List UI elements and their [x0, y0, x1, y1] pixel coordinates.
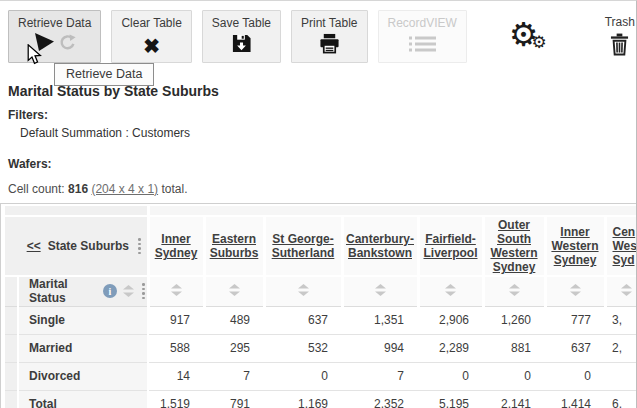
retrieve-data-button[interactable]: Retrieve Data [8, 10, 101, 63]
toolbar: Retrieve Data Clear Table ✖ Save Table [0, 1, 636, 63]
save-icon [231, 33, 252, 58]
save-table-button[interactable]: Save Table [202, 10, 281, 63]
recordview-label: RecordVIEW [388, 16, 457, 30]
cell[interactable]: 0 [418, 362, 483, 390]
column-header-canterbury-bankstown[interactable]: Canterbury-Bankstown [342, 216, 418, 276]
sort-icon-col-5[interactable] [418, 276, 483, 306]
cell[interactable]: 2,352 [342, 390, 418, 408]
spacer-row [5, 206, 637, 216]
cell[interactable]: 295 [204, 334, 264, 362]
sort-icon-col-7[interactable] [545, 276, 605, 306]
cell[interactable]: 1,519 [148, 390, 204, 408]
cell[interactable]: 881 [483, 334, 545, 362]
table-row-total: Total 1,519 791 1,169 2,352 5,195 2,141 … [5, 390, 637, 408]
cell-count-value: 816 [68, 182, 88, 196]
application-window: Retrieve Data Clear Table ✖ Save Table [0, 0, 637, 408]
cell[interactable]: 0 [264, 362, 342, 390]
settings-gears-icon[interactable]: ⚙⚙ [509, 18, 547, 51]
retrieve-data-label: Retrieve Data [18, 16, 91, 30]
cell[interactable]: 917 [148, 306, 204, 334]
cell[interactable]: 14 [148, 362, 204, 390]
cell[interactable]: 489 [204, 306, 264, 334]
cell[interactable]: 1,414 [545, 390, 605, 408]
cell[interactable]: 637 [264, 306, 342, 334]
save-table-label: Save Table [212, 16, 271, 30]
tooltip: Retrieve Data [54, 63, 154, 86]
sort-icon-col-8[interactable] [605, 276, 637, 306]
trash-label: Trash [605, 15, 635, 29]
row-label-single[interactable]: Single [18, 306, 148, 334]
cell-clipped[interactable]: 6, [605, 390, 637, 408]
row-gutter [5, 334, 18, 362]
table-row-divorced: Divorced 14 7 0 7 0 0 0 [5, 362, 637, 390]
trash-icon [610, 33, 629, 60]
info-icon[interactable]: i [103, 284, 117, 298]
print-table-button[interactable]: Print Table [291, 10, 367, 63]
record-list-icon [409, 36, 436, 56]
trash-button[interactable]: Trash [605, 10, 635, 60]
corner-header: << State Suburbs [5, 216, 148, 276]
row-dimension-header: Marital Status i [18, 276, 148, 306]
table-panel: << State Suburbs Inner Sydney Eastern Su… [0, 203, 637, 408]
column-header-central-western-sydney[interactable]: Cen Wes Syd [605, 216, 637, 276]
recordview-button: RecordVIEW [378, 10, 467, 63]
cell[interactable]: 0 [545, 362, 605, 390]
cell[interactable]: 7 [342, 362, 418, 390]
row-label-total[interactable]: Total [18, 390, 148, 408]
cell-count-link[interactable]: (204 x 4 x 1) [91, 182, 158, 196]
cell-clipped[interactable]: 2, [605, 334, 637, 362]
cell[interactable]: 994 [342, 334, 418, 362]
play-icon [34, 33, 55, 56]
row-gutter [5, 390, 18, 408]
wafers-label: Wafers: [8, 157, 636, 171]
cell[interactable]: 5,195 [418, 390, 483, 408]
column-menu-kebab-icon[interactable] [136, 238, 143, 254]
sort-icon[interactable] [123, 285, 134, 297]
row-label-married[interactable]: Married [18, 334, 148, 362]
column-header-row: << State Suburbs Inner Sydney Eastern Su… [5, 216, 637, 276]
row-gutter [5, 362, 18, 390]
cell[interactable]: 777 [545, 306, 605, 334]
row-gutter [5, 276, 18, 306]
column-header-st-george-sutherland[interactable]: St George-Sutherland [264, 216, 342, 276]
cell-clipped[interactable]: 3, [605, 306, 637, 334]
sort-icon-col-6[interactable] [483, 276, 545, 306]
cell[interactable]: 1,260 [483, 306, 545, 334]
sort-icon-col-1[interactable] [148, 276, 204, 306]
cell[interactable]: 2,906 [418, 306, 483, 334]
cell[interactable]: 532 [264, 334, 342, 362]
data-table: << State Suburbs Inner Sydney Eastern Su… [5, 206, 637, 408]
cell[interactable]: 0 [483, 362, 545, 390]
column-header-outer-south-western-sydney[interactable]: Outer South Western Sydney [483, 216, 545, 276]
clear-table-button[interactable]: Clear Table ✖ [111, 10, 191, 63]
column-header-fairfield-liverpool[interactable]: Fairfield-Liverpool [418, 216, 483, 276]
column-header-inner-sydney[interactable]: Inner Sydney [148, 216, 204, 276]
cell[interactable]: 588 [148, 334, 204, 362]
cell[interactable]: 2,141 [483, 390, 545, 408]
filter-value: Default Summation : Customers [20, 126, 636, 140]
cell-count: Cell count: 816 (204 x 4 x 1) total. [8, 182, 636, 196]
x-icon: ✖ [143, 36, 160, 56]
sort-icon-col-2[interactable] [204, 276, 264, 306]
cell-clipped[interactable] [605, 362, 637, 390]
cell[interactable]: 2,289 [418, 334, 483, 362]
sort-icon-col-4[interactable] [342, 276, 418, 306]
table-row-married: Married 588 295 532 994 2,289 881 637 2, [5, 334, 637, 362]
filters-label: Filters: [8, 108, 636, 122]
cell[interactable]: 637 [545, 334, 605, 362]
collapse-columns-link[interactable]: << [27, 239, 41, 253]
row-menu-kebab-icon[interactable] [140, 283, 147, 299]
refresh-icon [59, 34, 76, 55]
cell[interactable]: 7 [204, 362, 264, 390]
column-header-eastern-suburbs[interactable]: Eastern Suburbs [204, 216, 264, 276]
row-label-divorced[interactable]: Divorced [18, 362, 148, 390]
printer-icon [319, 33, 340, 58]
table-row-single: Single 917 489 637 1,351 2,906 1,260 777… [5, 306, 637, 334]
cell[interactable]: 1,169 [264, 390, 342, 408]
tooltip-text: Retrieve Data [66, 67, 142, 81]
column-header-inner-western-sydney[interactable]: Inner Western Sydney [545, 216, 605, 276]
sort-icon-col-3[interactable] [264, 276, 342, 306]
cell[interactable]: 791 [204, 390, 264, 408]
cell[interactable]: 1,351 [342, 306, 418, 334]
sort-row: Marital Status i [5, 276, 637, 306]
